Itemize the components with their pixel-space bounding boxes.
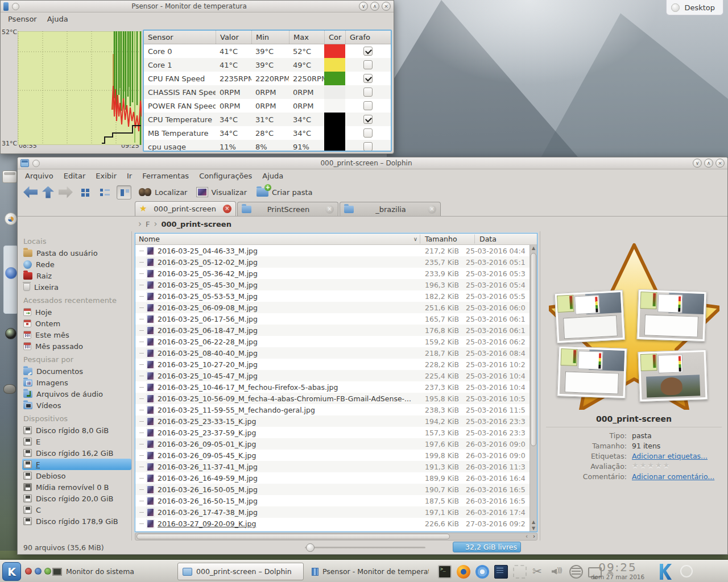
column-header[interactable]: Sensor [144,31,216,44]
sidebar-item[interactable]: E [22,436,131,447]
column-header[interactable]: Grafo [345,31,391,44]
scroll-up-icon[interactable]: ▲ [530,246,537,251]
sidebar-item[interactable]: Disco rígido 178,9 GiB [22,516,131,527]
folder-tab[interactable]: _brazilia× [340,202,441,216]
breadcrumb-item[interactable]: F [146,220,150,228]
sidebar-item[interactable]: Rede [22,259,131,270]
forward-button[interactable] [59,186,73,198]
column-header[interactable]: Max [289,31,324,44]
network-icon[interactable] [569,565,583,579]
folder-tab[interactable]: ★000_print-screen× [135,201,236,216]
firefox-icon[interactable] [457,565,470,579]
scroll-right-icon[interactable]: › [533,533,535,539]
menu-item[interactable]: Psensor [4,14,41,24]
file-row[interactable]: 2016-03-25_06-09-08_M.jpg251,6 KiB25-03-… [135,302,530,313]
dolphin-titlebar[interactable]: 000_print-screen – Dolphin ∨ ∧ × [18,157,727,169]
info-link[interactable]: Adicionar comentário... [632,472,724,481]
details-view-button[interactable] [117,185,131,199]
column-header-name[interactable]: Nome ∨ [139,235,420,243]
sidebar-item[interactable]: Raiz [22,270,131,281]
graph-checkbox[interactable] [363,60,373,69]
tab-close-icon[interactable]: × [428,205,436,214]
graph-checkbox[interactable] [363,115,373,124]
desktop-icon-dark-app[interactable] [5,328,16,339]
graph-checkbox[interactable] [363,74,373,83]
window-menu-button[interactable] [32,160,40,167]
file-row[interactable]: 2016-03-26_09-05-01_K.jpg197,6 KiB26-03-… [135,438,530,450]
file-row[interactable]: 2016-03-25_06-17-56_M.jpg165,7 KiB25-03-… [135,313,530,325]
horizontal-scrollbar[interactable]: ‹ › [135,533,537,541]
file-row[interactable]: 2016-03-26_16-50-15_M.jpg187,5 KiB26-03-… [135,495,530,506]
graph-checkbox[interactable] [363,101,373,110]
sidebar-item[interactable]: Debioso [22,470,131,481]
pager-dot-red[interactable] [25,568,32,575]
sidebar-item[interactable]: Documentos [22,365,131,377]
sidebar-item[interactable]: Pasta do usuário [22,247,131,259]
sidebar-item[interactable]: Mês passado [22,340,131,352]
minimize-icon[interactable]: ∨ [359,2,368,11]
file-row[interactable]: 2016-03-25_11-59-55_M_fechando-geral.jpg… [135,404,530,415]
menu-item[interactable]: Ir [123,171,136,181]
clipboard-icon[interactable] [513,565,527,579]
file-row[interactable]: 2016-03-25_06-18-47_M.jpg176,8 KiB25-03-… [135,325,530,336]
breadcrumb-item[interactable]: 000_print-screen [161,220,231,228]
info-link[interactable]: Adicionar etiquetas... [632,452,724,460]
psensor-titlebar[interactable]: Psensor - Monitor de temperatura ∨ ∧ × [1,1,394,13]
sidebar-item[interactable]: Disco rígido 20,0 GiB [22,493,131,504]
zoom-slider[interactable] [305,547,425,548]
graph-checkbox[interactable] [363,142,373,151]
close-icon[interactable]: × [382,2,391,11]
menu-item[interactable]: Configurações [195,171,256,181]
pager-dot-blue[interactable] [35,568,42,575]
up-button[interactable] [42,186,54,198]
file-row[interactable]: 2016-03-26_17-47-38_M.jpg197,1 KiB26-03-… [135,506,530,518]
chromium-icon[interactable] [475,565,489,579]
file-row[interactable]: 2016-03-26_16-50-05_M.jpg190,7 KiB26-03-… [135,484,530,495]
maximize-icon[interactable]: ∧ [370,2,379,11]
scissors-icon[interactable] [532,565,545,579]
file-row[interactable]: 2016-03-25_08-40-40_M.jpg218,7 KiB25-03-… [135,347,530,359]
taskbar-task[interactable]: Monitor do sistema [48,563,174,580]
file-row[interactable]: 2016-03-25_05-45-30_M.jpg196,3 KiB25-03-… [135,279,530,290]
new-folder-button[interactable]: Criar pasta [254,187,315,198]
kodi-icon[interactable] [654,563,672,581]
maximize-icon[interactable]: ∧ [704,159,713,168]
desktop-icon-window[interactable] [2,171,17,183]
sidebar-item[interactable]: Imagens [22,377,131,388]
file-row[interactable]: 2016-03-26_16-49-59_M.jpg189,9 KiB26-03-… [135,472,530,484]
file-row[interactable]: 2016-03-25_10-46-17_M_fechou-Firefox-5-a… [135,381,530,393]
menu-item[interactable]: Ajuda [43,14,72,24]
desktop-icon-gimp[interactable] [3,384,16,394]
column-header[interactable]: Cor [324,31,345,44]
screen-icon[interactable] [494,565,508,579]
file-row[interactable]: 2016-03-25_05-53-53_M.jpg182,2 KiB25-03-… [135,290,530,302]
column-header[interactable]: Min [251,31,289,44]
sidebar-item[interactable]: Ontem [22,318,131,329]
file-row[interactable]: 2016-03-25_23-33-15_K.jpg194,2 KiB25-03-… [135,415,530,427]
sidebar-item[interactable]: Mídia removível 0 B [22,481,131,493]
graph-checkbox[interactable] [363,47,373,56]
sidebar-item[interactable]: F [22,459,131,470]
graph-checkbox[interactable] [363,128,373,138]
sidebar-item[interactable]: Disco rígido 16,2 GiB [22,447,131,459]
scroll-up-icon[interactable]: ▲ [530,519,537,525]
file-row[interactable]: 2016-03-25_23-37-59_K.jpg157,3 KiB25-03-… [135,427,530,438]
file-row[interactable]: 2016-03-25_05-36-42_M.jpg233,9 KiB25-03-… [135,268,530,279]
kde-menu-button[interactable]: K [2,562,21,581]
sidebar-item[interactable]: C [22,504,131,516]
taskbar-task[interactable]: 000_print-screen – Dolphin [177,563,304,580]
menu-item[interactable]: Editar [60,171,90,181]
sidebar-item[interactable]: Lixeira [22,281,131,293]
file-row[interactable]: 2016-03-27_09-20-09_K.jpg226,6 KiB27-03-… [135,518,530,529]
file-row[interactable]: 2016-03-25_05-12-02_M.jpg235,7 KiB25-03-… [135,256,530,268]
scroll-left-icon[interactable]: ‹ [526,533,528,539]
preview-button[interactable]: Visualizar [195,186,249,198]
volume-icon[interactable] [551,565,564,579]
taskbar-task[interactable]: Psensor - Monitor de temperat [307,563,433,580]
sidebar-item[interactable]: Arquivos de áudio [22,388,131,400]
vertical-scrollbar[interactable]: ▲ ▲ ▼ [530,245,537,531]
file-row[interactable]: 2016-03-26_11-37-41_M.jpg191,3 KiB26-03-… [135,461,530,472]
file-row[interactable]: 2016-03-26_09-05-45_K.jpg199,8 KiB26-03-… [135,450,530,461]
file-row[interactable]: 2016-03-25_04-46-33_M.jpg217,2 KiB25-03-… [135,245,530,256]
column-header-date[interactable]: Data [474,235,537,243]
